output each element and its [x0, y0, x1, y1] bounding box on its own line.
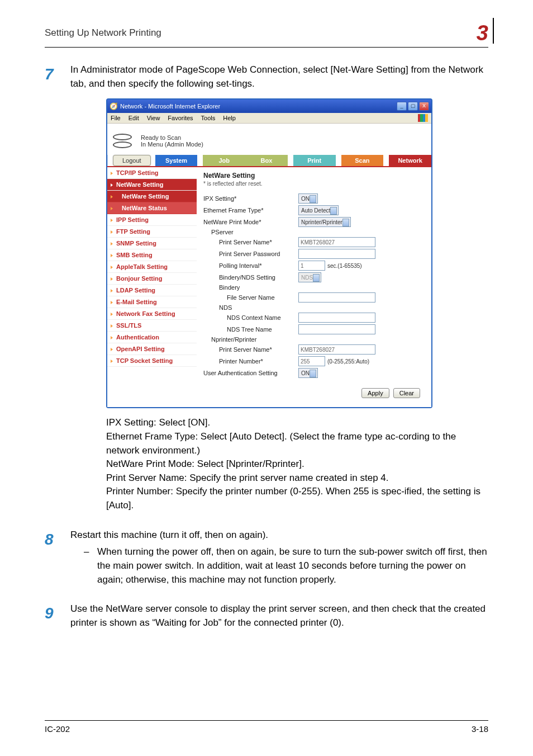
sidebar-item-networkfax[interactable]: Network Fax Setting — [107, 308, 197, 320]
select-frame-type[interactable]: Auto Detect — [298, 205, 339, 215]
select-ipx[interactable]: ON — [298, 193, 318, 204]
device-logo-icon — [113, 133, 135, 149]
step-8-text: Restart this machine (turn it off, then … — [70, 528, 488, 542]
label-printer-number: Printer Number* — [203, 358, 298, 365]
sidebar-item-ldap[interactable]: LDAP Setting — [107, 285, 197, 296]
select-user-auth[interactable]: ON — [298, 368, 318, 378]
step-9-number: 9 — [45, 602, 70, 630]
step-7-text: In Administrator mode of PageScope Web C… — [70, 63, 488, 91]
unit-printer-number: (0-255,255:Auto) — [327, 358, 369, 365]
status-banner: Ready to Scan In Menu (Admin Mode) — [107, 124, 431, 155]
label-polling: Polling Interval* — [203, 262, 298, 269]
label-nprinter-section: Nprinter/Rprinter — [203, 336, 298, 343]
sidebar-item-ssltls[interactable]: SSL/TLS — [107, 320, 197, 332]
post-line-2: Ethernet Frame Type: Select [Auto Detect… — [106, 430, 488, 457]
footer-right: 3-18 — [472, 724, 488, 734]
input-printer-number[interactable]: 255 — [298, 356, 325, 366]
sidebar-item-ftp[interactable]: FTP Setting — [107, 226, 197, 238]
step-8-number: 8 — [45, 528, 70, 587]
tab-network[interactable]: Network — [389, 155, 431, 166]
menu-file[interactable]: File — [111, 115, 121, 121]
input-npr-ps-name[interactable]: KMBT268027 — [298, 344, 375, 355]
sidebar-item-netware[interactable]: NetWare Setting — [107, 179, 197, 191]
sidebar-item-openapi[interactable]: OpenAPI Setting — [107, 343, 197, 355]
post-line-5: Printer Number: Specify the printer numb… — [106, 485, 488, 512]
post-line-3: NetWare Print Mode: Select [Nprinter/Rpr… — [106, 457, 488, 471]
step-7-post-text: IPX Setting: Select [ON]. Ethernet Frame… — [106, 416, 488, 512]
label-file-server-name: File Server Name — [211, 294, 298, 301]
logout-button[interactable]: Logout — [113, 155, 151, 166]
sidebar-item-snmp[interactable]: SNMP Setting — [107, 238, 197, 249]
sidebar-item-email[interactable]: E-Mail Setting — [107, 296, 197, 308]
sidebar-item-netware-setting[interactable]: NetWare Setting — [107, 191, 197, 202]
window-titlebar: 🧭 Network - Microsoft Internet Explorer … — [107, 100, 431, 113]
step-8: 8 Restart this machine (turn it off, the… — [45, 528, 488, 587]
label-nds-context: NDS Context Name — [211, 314, 298, 321]
panel-note: * is reflected after reset. — [203, 181, 425, 187]
input-ps-name[interactable]: KMBT268027 — [298, 237, 375, 247]
select-bindery-nds[interactable]: NDS — [298, 272, 321, 282]
bullet-dash: – — [84, 545, 97, 587]
sidebar-item-appletalk[interactable]: AppleTalk Setting — [107, 261, 197, 273]
input-polling[interactable]: 1 — [298, 261, 325, 271]
tab-print[interactable]: Print — [293, 155, 336, 166]
menu-help[interactable]: Help — [223, 115, 236, 121]
sidebar-item-bonjour[interactable]: Bonjour Setting — [107, 273, 197, 285]
sidebar-item-smb[interactable]: SMB Setting — [107, 249, 197, 261]
chapter-number: 3 — [477, 22, 488, 44]
label-npr-ps-name: Print Server Name* — [203, 346, 298, 353]
label-ipx: IPX Setting* — [203, 195, 298, 202]
status-line-1: Ready to Scan — [141, 134, 203, 141]
sidebar-item-ipp[interactable]: IPP Setting — [107, 214, 197, 226]
chapter-edge-tab — [493, 18, 494, 44]
label-nds-tree: NDS Tree Name — [211, 326, 298, 333]
post-line-1: IPX Setting: Select [ON]. — [106, 416, 488, 430]
step-8-bullet: When turning the power off, then on agai… — [97, 545, 488, 587]
step-9-text: Use the NetWare server console to displa… — [70, 602, 488, 630]
section-title: Setting Up Network Printing — [45, 27, 161, 39]
menu-view[interactable]: View — [147, 115, 160, 121]
minimize-button[interactable]: _ — [397, 102, 407, 111]
sidebar-item-tcpsocket[interactable]: TCP Socket Setting — [107, 355, 197, 367]
label-pserver-section: PServer — [203, 229, 298, 235]
menu-favorites[interactable]: Favorites — [168, 115, 193, 121]
label-print-mode: NetWare Print Mode* — [203, 219, 298, 225]
windows-flag-icon — [418, 114, 428, 122]
input-nds-tree[interactable] — [298, 324, 375, 334]
tab-system[interactable]: System — [155, 155, 198, 166]
page-header: Setting Up Network Printing 3 — [45, 22, 488, 48]
clear-button[interactable]: Clear — [393, 388, 420, 398]
close-button[interactable]: X — [419, 102, 429, 111]
status-line-2: In Menu (Admin Mode) — [141, 141, 203, 148]
input-nds-context[interactable] — [298, 313, 375, 323]
sidebar-item-authentication[interactable]: Authentication — [107, 332, 197, 343]
label-ps-password: Print Server Password — [203, 251, 298, 257]
tab-box[interactable]: Box — [245, 155, 288, 166]
input-ps-password[interactable] — [298, 249, 375, 259]
apply-button[interactable]: Apply — [361, 388, 389, 398]
page-footer: IC-202 3-18 — [45, 720, 488, 734]
label-ps-name: Print Server Name* — [203, 239, 298, 245]
menu-tools[interactable]: Tools — [201, 115, 216, 121]
ie-icon: 🧭 — [110, 102, 118, 110]
menu-edit[interactable]: Edit — [129, 115, 139, 121]
step-9: 9 Use the NetWare server console to disp… — [45, 602, 488, 630]
select-print-mode[interactable]: Nprinter/Rprinter — [298, 217, 351, 227]
main-tab-row: Logout System Job Box Print Scan Network — [107, 155, 431, 166]
panel-title: NetWare Setting — [203, 172, 425, 179]
tab-scan[interactable]: Scan — [341, 155, 384, 166]
tab-job[interactable]: Job — [203, 155, 245, 166]
label-nds-section: NDS — [203, 304, 298, 311]
label-frame-type: Ethernet Frame Type* — [203, 207, 298, 214]
unit-polling: sec.(1-65535) — [327, 263, 362, 269]
sidebar: TCP/IP Setting NetWare Setting NetWare S… — [107, 167, 197, 407]
input-file-server-name[interactable] — [298, 292, 375, 303]
sidebar-item-tcpip[interactable]: TCP/IP Setting — [107, 167, 197, 179]
settings-panel: NetWare Setting * is reflected after res… — [197, 167, 431, 407]
label-bindery-nds: Bindery/NDS Setting — [203, 274, 298, 281]
embedded-screenshot: 🧭 Network - Microsoft Internet Explorer … — [106, 98, 432, 408]
step-7: 7 In Administrator mode of PageScope Web… — [45, 63, 488, 91]
maximize-button[interactable]: ▢ — [408, 102, 418, 111]
step-7-number: 7 — [45, 63, 70, 91]
sidebar-item-netware-status[interactable]: NetWare Status — [107, 202, 197, 214]
